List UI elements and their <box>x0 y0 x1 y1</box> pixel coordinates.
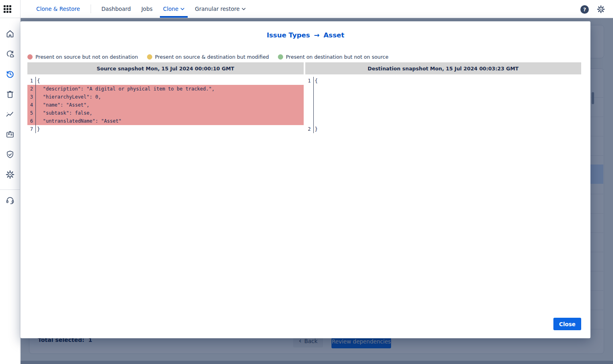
top-nav: Clone & Restore Dashboard Jobs Clone Gra… <box>0 0 613 18</box>
settings-gear-icon[interactable] <box>596 5 605 14</box>
modal-title: Issue Types → Asset <box>21 21 590 39</box>
sidebar-item-cloud-restore[interactable] <box>5 49 15 59</box>
legend-dot-yellow <box>147 54 152 60</box>
chevron-down-icon <box>180 8 184 10</box>
source-pane-header: Source snapshot Mon, 15 Jul 2024 00:00:1… <box>27 62 304 74</box>
diff-line: 7} <box>27 125 304 133</box>
sidebar-item-trash[interactable] <box>5 89 15 99</box>
nav-item-jobs[interactable]: Jobs <box>141 0 153 18</box>
destination-pane: Destination snapshot Mon, 15 Jul 2024 00… <box>305 62 582 133</box>
legend-item-removed: Present on source but not on destination <box>27 54 138 60</box>
cloud-restore-icon <box>5 49 15 59</box>
legend-dot-red <box>27 54 33 60</box>
diff-line-removed: 4 "name": "Asset", <box>27 101 304 109</box>
legend-item-added: Present on destination but not on source <box>278 54 389 60</box>
breadcrumb-asset: Asset <box>323 31 344 39</box>
breadcrumb-issue-types[interactable]: Issue Types <box>267 31 310 39</box>
sidebar-divider <box>0 189 20 190</box>
diff-line-removed: 5 "subtask": false, <box>27 109 304 117</box>
diff-line-removed: 3 "hierarchyLevel": 0, <box>27 93 304 101</box>
help-icon[interactable]: ? <box>580 5 589 14</box>
nav-item-granular-restore[interactable]: Granular restore <box>195 0 246 18</box>
nav-items: Clone & Restore Dashboard Jobs Clone Gra… <box>36 0 246 18</box>
legend-item-modified: Present on source & destination but modi… <box>147 54 269 60</box>
arrow-right-icon: → <box>314 31 320 39</box>
home-icon <box>5 29 15 39</box>
diff-line: 2} <box>305 125 582 133</box>
diff-line-removed: 2 "description": "A digital or physical … <box>27 85 304 93</box>
close-button[interactable]: Close <box>553 318 581 330</box>
app-switcher-grid-icon[interactable] <box>4 5 12 14</box>
sidebar-item-badge[interactable] <box>5 130 15 139</box>
sidebar-item-security[interactable] <box>5 150 15 159</box>
nav-item-clone[interactable]: Clone <box>163 0 184 18</box>
headset-support-icon <box>5 195 15 205</box>
gear-icon <box>5 170 15 179</box>
source-pane: Source snapshot Mon, 15 Jul 2024 00:00:1… <box>27 62 304 133</box>
trash-icon <box>5 89 15 99</box>
history-icon <box>5 69 15 79</box>
diff-modal: Issue Types → Asset Present on source bu… <box>21 21 590 338</box>
nav-divider <box>20 0 21 18</box>
sidebar-item-settings[interactable] <box>5 170 15 179</box>
app-title-link[interactable]: Clone & Restore <box>36 6 80 12</box>
sidebar-item-insights[interactable] <box>5 109 15 119</box>
nav-item-dashboard[interactable]: Dashboard <box>101 0 131 18</box>
legend-dot-green <box>278 54 283 60</box>
diff-line: 1{ <box>27 77 304 85</box>
shield-check-icon <box>5 150 15 159</box>
diff-view: Source snapshot Mon, 15 Jul 2024 00:00:1… <box>27 62 581 133</box>
diff-legend: Present on source but not on destination… <box>27 54 590 60</box>
id-badge-icon <box>5 130 15 139</box>
sidebar-item-home[interactable] <box>5 29 15 39</box>
diff-line: 1{ <box>305 77 582 85</box>
destination-pane-header: Destination snapshot Mon, 15 Jul 2024 00… <box>305 62 582 74</box>
sidebar-item-restore-history[interactable] <box>5 69 15 79</box>
diff-line-spacer <box>305 85 582 125</box>
sidebar-item-support[interactable] <box>5 195 15 205</box>
chevron-down-icon <box>242 8 246 10</box>
left-sidebar <box>0 18 20 364</box>
diff-line-removed: 6 "untranslatedName": "Asset" <box>27 117 304 125</box>
nav-divider <box>91 4 91 13</box>
trend-sparkle-icon <box>5 109 15 119</box>
